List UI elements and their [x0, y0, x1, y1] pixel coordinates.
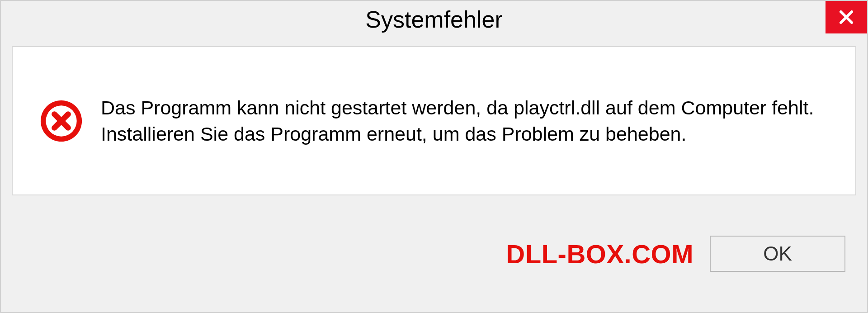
error-icon — [40, 100, 83, 142]
content-panel: Das Programm kann nicht gestartet werden… — [12, 46, 856, 195]
error-dialog: Systemfehler Das Programm kann nicht ges… — [0, 0, 868, 313]
ok-button[interactable]: OK — [710, 236, 845, 272]
watermark-text: DLL-BOX.COM — [506, 239, 693, 269]
error-message: Das Programm kann nicht gestartet werden… — [101, 95, 828, 147]
close-icon — [837, 8, 855, 26]
close-button[interactable] — [826, 1, 867, 33]
titlebar: Systemfehler — [1, 1, 867, 38]
dialog-footer: DLL-BOX.COM OK — [1, 195, 867, 312]
dialog-title: Systemfehler — [365, 6, 502, 33]
